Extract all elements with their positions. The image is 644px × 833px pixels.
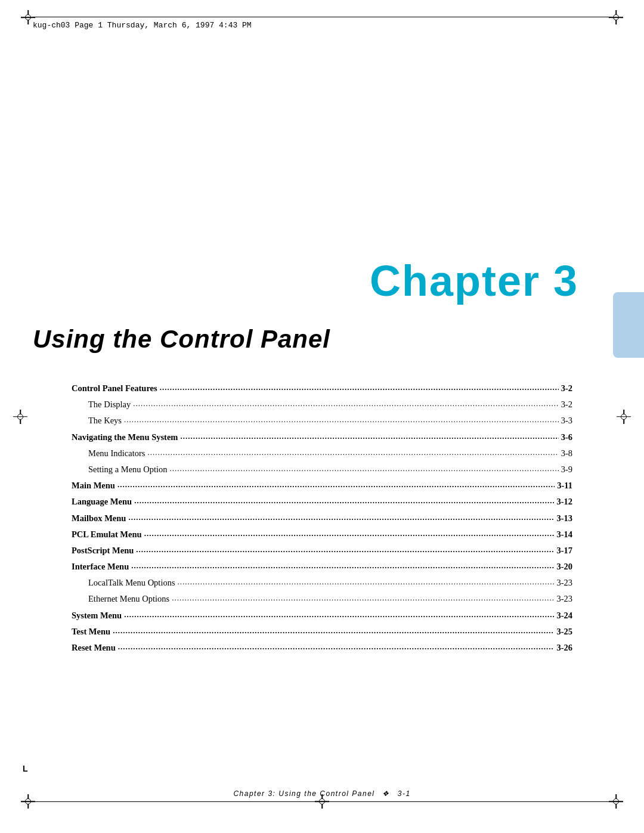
toc-dots [131, 559, 554, 572]
toc-page-number: 3-9 [561, 463, 572, 476]
main-title-container: Using the Control Panel [33, 325, 578, 354]
toc-entry-label: Control Panel Features [72, 382, 157, 395]
toc-dots [170, 462, 559, 475]
left-side-crosshair [13, 410, 27, 424]
toc-entry: Language Menu3-12 [72, 495, 572, 509]
toc-entry: Navigating the Menu System3-6 [72, 431, 572, 444]
toc-entry: The Display3-2 [72, 398, 572, 411]
l-mark: L [23, 764, 28, 773]
toc-dots [124, 413, 559, 426]
bottom-mid-crosshair [315, 794, 329, 809]
toc-page-number: 3-8 [561, 447, 572, 460]
toc-entry: The Keys3-3 [72, 414, 572, 428]
footer-diamond: ❖ [382, 789, 390, 798]
toc-entry-label: Menu Indicators [88, 447, 145, 460]
page-footer: Chapter 3: Using the Control Panel ❖ 3-1 [33, 789, 611, 802]
toc-entry-label: The Display [88, 398, 131, 411]
main-title-text: Using the Control Panel [33, 325, 330, 353]
toc-entry-label: Setting a Menu Option [88, 463, 168, 476]
chapter-tab [613, 292, 644, 358]
toc-dots [144, 527, 555, 540]
chapter-heading: Chapter 3 [33, 256, 578, 305]
top-right-crosshair [609, 10, 623, 24]
toc-entry: Control Panel Features3-2 [72, 382, 572, 395]
toc-entry-label: LocalTalk Menu Options [88, 576, 175, 590]
toc-entry: Main Menu3-11 [72, 479, 572, 493]
toc-page-number: 3-11 [557, 479, 572, 493]
toc-dots [172, 591, 554, 605]
toc-page-number: 3-26 [556, 641, 572, 655]
header-text: kug-ch03 Page 1 Thursday, March 6, 1997 … [33, 21, 252, 30]
toc-entry: LocalTalk Menu Options3-23 [72, 576, 572, 590]
toc-entry-label: The Keys [88, 414, 122, 428]
toc-dots [133, 397, 558, 410]
toc-dots [160, 380, 559, 394]
toc-page-number: 3-23 [556, 592, 572, 606]
toc-entry-label: Interface Menu [72, 560, 129, 574]
toc-entry-label: System Menu [72, 609, 122, 623]
top-left-crosshair [21, 10, 35, 24]
toc-dots [180, 429, 558, 443]
toc-dots [136, 543, 554, 556]
toc-page-number: 3-14 [556, 528, 572, 541]
toc-entry: Setting a Menu Option3-9 [72, 463, 572, 476]
toc-dots [128, 510, 554, 524]
chapter-title: Chapter 3 [370, 257, 578, 305]
toc-entry-label: Mailbox Menu [72, 512, 126, 525]
toc-dots [124, 608, 554, 621]
toc-entry-label: Test Menu [72, 625, 110, 639]
toc-entry: System Menu3-24 [72, 609, 572, 623]
toc-page-number: 3-6 [561, 431, 572, 444]
toc-entry-label: PCL Emulat Menu [72, 528, 142, 541]
toc-entry-label: Main Menu [72, 479, 115, 493]
toc-page-number: 3-13 [556, 512, 572, 525]
toc-page-number: 3-2 [561, 382, 572, 395]
bottom-left-crosshair [21, 794, 35, 809]
bottom-right-crosshair [609, 794, 623, 809]
toc-dots [134, 494, 554, 507]
toc-entry: PCL Emulat Menu3-14 [72, 528, 572, 541]
footer-chapter-text: Chapter 3: Using the Control Panel [233, 789, 374, 798]
toc-dots [147, 445, 558, 459]
toc-page-number: 3-17 [556, 544, 572, 558]
page: kug-ch03 Page 1 Thursday, March 6, 1997 … [0, 0, 644, 833]
toc-page-number: 3-12 [556, 495, 572, 509]
page-header: kug-ch03 Page 1 Thursday, March 6, 1997 … [33, 17, 611, 30]
toc-entry: PostScript Menu3-17 [72, 544, 572, 558]
toc-entry-label: Navigating the Menu System [72, 431, 178, 444]
toc-dots [117, 478, 555, 491]
toc-entry-label: PostScript Menu [72, 544, 134, 558]
toc-page-number: 3-23 [556, 576, 572, 590]
toc-dots [178, 575, 555, 589]
toc-page-number: 3-20 [556, 560, 572, 574]
table-of-contents: Control Panel Features3-2The Display3-2T… [72, 382, 572, 657]
toc-page-number: 3-3 [561, 414, 572, 428]
toc-entry: Mailbox Menu3-13 [72, 512, 572, 525]
toc-dots [113, 624, 554, 637]
toc-page-number: 3-25 [556, 625, 572, 639]
toc-entry: Ethernet Menu Options3-23 [72, 592, 572, 606]
toc-entry: Interface Menu3-20 [72, 560, 572, 574]
toc-entry: Test Menu3-25 [72, 625, 572, 639]
right-side-crosshair [617, 410, 631, 424]
toc-entry-label: Reset Menu [72, 641, 116, 655]
toc-entry: Menu Indicators3-8 [72, 447, 572, 460]
toc-page-number: 3-2 [561, 398, 572, 411]
footer-page-number: 3-1 [398, 789, 411, 798]
toc-entry-label: Ethernet Menu Options [88, 592, 169, 606]
toc-page-number: 3-24 [556, 609, 572, 623]
toc-entry: Reset Menu3-26 [72, 641, 572, 655]
toc-entry-label: Language Menu [72, 495, 132, 509]
toc-dots [118, 640, 555, 654]
